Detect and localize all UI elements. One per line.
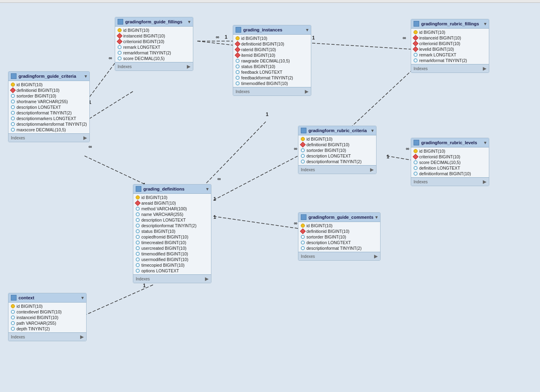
nullable-icon [236, 76, 240, 80]
nullable-icon [414, 160, 418, 164]
fk-icon [235, 47, 240, 52]
nullable-icon [236, 81, 240, 85]
field-row: remarkformat TINYINT(2) [411, 58, 489, 63]
field-row: definitionid BIGINT(10) [298, 142, 376, 147]
field-row: timecreated BIGINT(10) [133, 240, 211, 245]
nullable-icon [414, 53, 418, 57]
field-row: remark LONGTEXT [411, 52, 489, 58]
table-gradingform_guide_fillings[interactable]: gradingform_guide_fillings ▾ id BIGINT(1… [115, 17, 193, 71]
nullable-icon [136, 263, 140, 267]
table-footer: Indexes ▶ [133, 274, 211, 283]
table-footer: Indexes ▶ [233, 87, 311, 95]
nullable-icon [11, 321, 15, 325]
expand-arrow[interactable]: ▶ [83, 135, 87, 141]
table-header[interactable]: gradingform_rubric_criteria ▾ [298, 126, 376, 135]
field-text: definitionid BIGINT(10) [306, 229, 350, 234]
field-row: options LONGTEXT [133, 268, 211, 274]
rel-label-inf2: ∞ [403, 35, 406, 41]
table-gradingform_rubric_criteria[interactable]: gradingform_rubric_criteria ▾ id BIGINT(… [298, 126, 377, 174]
rel-label-1g: 1 [213, 214, 216, 220]
table-body: id BIGINT(10) definitionid BIGINT(10) so… [8, 81, 89, 133]
table-gradingform_guide_comments[interactable]: gradingform_guide_comments ▾ id BIGINT(1… [298, 212, 381, 261]
table-grading_instances[interactable]: grading_instances ▾ id BIGINT(10) defini… [233, 25, 311, 96]
table-gradingform_guide_criteria[interactable]: gradingform_guide_criteria ▾ id BIGINT(1… [8, 71, 90, 142]
table-gradingform_rubric_fillings[interactable]: gradingform_rubric_fillings ▾ id BIGINT(… [411, 19, 489, 73]
table-gradingform_rubric_levels[interactable]: gradingform_rubric_levels ▾ id BIGINT(10… [411, 138, 489, 186]
dropdown-icon[interactable]: ▾ [188, 19, 190, 25]
field-text: descriptionmarkersformat TINYINT(2) [17, 122, 87, 127]
table-body: id BIGINT(10) areaid BIGINT(10) method V… [133, 194, 211, 274]
field-row: remark LONGTEXT [115, 44, 193, 50]
field-text: levelid BIGINT(10) [419, 47, 454, 52]
table-context[interactable]: context ▾ id BIGINT(10) contextlevel BIG… [8, 293, 87, 341]
field-row: definitionid BIGINT(10) [8, 87, 89, 93]
field-text: depth TINYINT(2) [17, 326, 50, 331]
expand-arrow[interactable]: ▶ [483, 179, 486, 185]
field-row: remarkformat TINYINT(2) [115, 50, 193, 56]
table-header[interactable]: gradingform_rubric_levels ▾ [411, 138, 489, 147]
field-row: criterionid BIGINT(10) [411, 154, 489, 160]
nullable-icon [11, 100, 15, 104]
nullable-icon [414, 166, 418, 170]
expand-arrow[interactable]: ▶ [187, 64, 190, 69]
expand-arrow[interactable]: ▶ [374, 253, 378, 259]
table-header[interactable]: grading_definitions ▾ [133, 185, 211, 194]
field-row: copiedfromid BIGINT(10) [133, 234, 211, 240]
dropdown-icon[interactable]: ▾ [484, 140, 486, 145]
table-icon [414, 140, 419, 145]
expand-arrow[interactable]: ▶ [483, 66, 486, 71]
expand-arrow[interactable]: ▶ [305, 89, 308, 94]
fk-icon [413, 35, 418, 41]
dropdown-icon[interactable]: ▾ [371, 128, 374, 133]
table-header[interactable]: gradingform_rubric_fillings ▾ [411, 19, 489, 29]
field-row: description LONGTEXT [298, 153, 376, 159]
table-header[interactable]: grading_instances ▾ [233, 25, 311, 35]
field-text: rawgrade DECIMAL(10,5) [241, 58, 290, 63]
field-text: instanceid BIGINT(10) [123, 33, 165, 38]
expand-arrow[interactable]: ▶ [370, 167, 374, 172]
dropdown-icon[interactable]: ▾ [81, 295, 84, 301]
table-name: grading_instances [243, 27, 282, 32]
field-text: areaid BIGINT(10) [141, 201, 176, 205]
table-header[interactable]: gradingform_guide_comments ▾ [298, 213, 380, 222]
key-icon [118, 28, 122, 32]
rel-label-1h: 1 [143, 283, 146, 288]
fk-icon [413, 46, 418, 52]
indexes-label: Indexes [414, 66, 428, 71]
field-row: feedbackformat TINYINT(2) [233, 75, 311, 81]
expand-arrow[interactable]: ▶ [80, 334, 84, 340]
dropdown-icon[interactable]: ▾ [306, 27, 308, 33]
nullable-icon [118, 45, 122, 49]
dropdown-icon[interactable]: ▾ [484, 21, 486, 27]
dropdown-icon[interactable]: ▾ [206, 187, 209, 192]
field-text: id BIGINT(10) [419, 30, 445, 35]
table-body: id BIGINT(10) instanceid BIGINT(10) crit… [115, 27, 193, 62]
nullable-icon [414, 172, 418, 176]
expand-arrow[interactable]: ▶ [205, 276, 209, 282]
fk-icon [235, 41, 240, 47]
field-row: feedback LONGTEXT [233, 69, 311, 75]
field-text: definitionid BIGINT(10) [241, 41, 284, 46]
nullable-icon [11, 116, 15, 120]
svg-line-2 [312, 43, 411, 49]
field-row: descriptionmarkers LONGTEXT [8, 116, 89, 121]
field-row: descriptionformat TINYINT(2) [298, 159, 376, 164]
field-row: shortname VARCHAR(255) [8, 99, 89, 104]
field-text: score DECIMAL(10,5) [419, 160, 461, 165]
field-text: name VARCHAR(255) [141, 212, 183, 217]
dropdown-icon[interactable]: ▾ [85, 74, 87, 79]
fk-icon [117, 33, 122, 39]
table-header[interactable]: gradingform_guide_fillings ▾ [115, 17, 193, 27]
field-row: id BIGINT(10) [411, 29, 489, 35]
table-header[interactable]: context ▾ [8, 293, 86, 303]
table-footer: Indexes ▶ [411, 177, 489, 186]
table-header[interactable]: gradingform_guide_criteria ▾ [8, 72, 89, 81]
nullable-icon [118, 51, 122, 55]
table-grading_definitions[interactable]: grading_definitions ▾ id BIGINT(10) area… [133, 184, 211, 283]
field-row: timecopied BIGINT(10) [133, 262, 211, 268]
dropdown-icon[interactable]: ▾ [375, 215, 378, 220]
nullable-icon [236, 59, 240, 63]
field-text: id BIGINT(10) [306, 137, 333, 141]
rel-label-inf6: ∞ [294, 146, 298, 151]
field-text: description LONGTEXT [306, 153, 351, 158]
